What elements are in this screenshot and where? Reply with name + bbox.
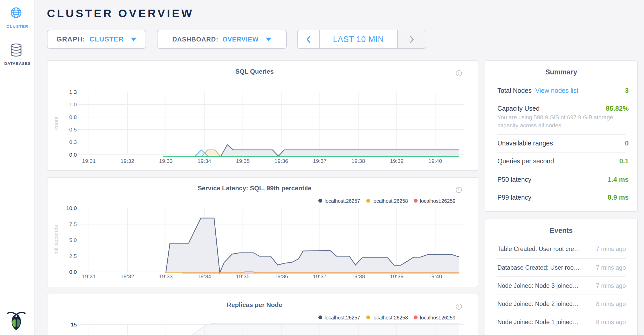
svg-text:localhost:26259: localhost:26259 bbox=[420, 198, 456, 204]
svg-text:19:34: 19:34 bbox=[197, 158, 211, 164]
svg-text:10: 10 bbox=[71, 334, 77, 335]
svg-text:0.0: 0.0 bbox=[69, 269, 77, 275]
svg-text:19:35: 19:35 bbox=[236, 273, 250, 279]
svg-text:19:40: 19:40 bbox=[428, 158, 442, 164]
svg-text:19:40: 19:40 bbox=[428, 273, 442, 279]
svg-text:19:39: 19:39 bbox=[390, 273, 404, 279]
svg-text:19:32: 19:32 bbox=[121, 273, 134, 279]
svg-text:19:39: 19:39 bbox=[390, 158, 404, 164]
svg-text:0.8: 0.8 bbox=[69, 114, 77, 120]
svg-text:10.0: 10.0 bbox=[66, 205, 77, 211]
svg-text:localhost:26259: localhost:26259 bbox=[420, 315, 456, 320]
svg-text:19:31: 19:31 bbox=[82, 273, 96, 279]
svg-text:19:31: 19:31 bbox=[82, 158, 96, 164]
svg-text:19:36: 19:36 bbox=[275, 273, 288, 279]
svg-text:19:33: 19:33 bbox=[159, 158, 173, 164]
svg-text:19:37: 19:37 bbox=[313, 273, 327, 279]
svg-text:19:36: 19:36 bbox=[275, 158, 288, 164]
svg-text:localhost:26258: localhost:26258 bbox=[373, 198, 408, 204]
svg-text:2.5: 2.5 bbox=[69, 253, 77, 259]
svg-text:count: count bbox=[53, 116, 59, 130]
svg-text:localhost:26257: localhost:26257 bbox=[325, 198, 360, 204]
svg-text:0.3: 0.3 bbox=[69, 139, 77, 145]
svg-text:7.5: 7.5 bbox=[69, 221, 77, 227]
svg-text:15: 15 bbox=[71, 322, 77, 327]
svg-text:0.5: 0.5 bbox=[69, 127, 77, 132]
svg-text:1.0: 1.0 bbox=[69, 101, 77, 107]
svg-text:19:34: 19:34 bbox=[197, 273, 211, 279]
svg-text:19:38: 19:38 bbox=[351, 273, 365, 279]
svg-text:0.0: 0.0 bbox=[69, 152, 77, 158]
svg-text:19:37: 19:37 bbox=[313, 158, 327, 164]
svg-text:1.3: 1.3 bbox=[69, 89, 77, 95]
svg-text:19:32: 19:32 bbox=[121, 158, 134, 164]
svg-text:milliseconds: milliseconds bbox=[53, 225, 59, 255]
svg-text:localhost:26257: localhost:26257 bbox=[325, 315, 360, 320]
svg-text:localhost:26258: localhost:26258 bbox=[373, 315, 408, 320]
svg-text:5.0: 5.0 bbox=[69, 237, 77, 243]
svg-text:19:35: 19:35 bbox=[236, 158, 250, 164]
svg-text:19:33: 19:33 bbox=[159, 273, 173, 279]
svg-text:19:38: 19:38 bbox=[351, 158, 365, 164]
